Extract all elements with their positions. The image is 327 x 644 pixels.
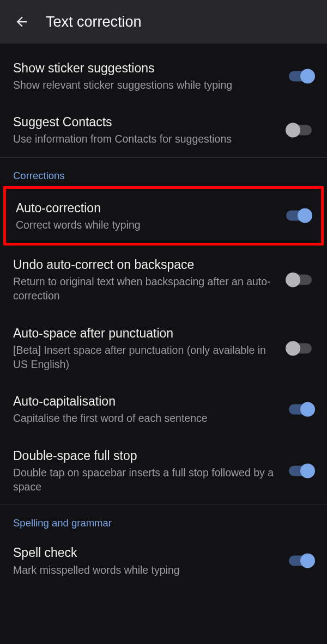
toggle-thumb xyxy=(300,402,315,417)
setting-subtitle: Correct words while typing xyxy=(16,218,273,232)
setting-texts: Auto-capitalisation Capitalise the first… xyxy=(13,393,287,425)
toggle-sticker-suggestions[interactable] xyxy=(287,69,314,84)
setting-title: Auto-space after punctuation xyxy=(13,325,276,342)
toggle-auto-capitalisation[interactable] xyxy=(287,402,314,417)
back-button[interactable] xyxy=(11,11,33,33)
setting-title: Auto-correction xyxy=(16,200,273,217)
toggle-thumb xyxy=(286,341,300,355)
setting-subtitle: Return to original text when backspacing… xyxy=(13,274,276,303)
setting-auto-space[interactable]: Auto-space after punctuation [Beta] Inse… xyxy=(0,314,327,383)
setting-subtitle: Capitalise the first word of each senten… xyxy=(13,411,276,425)
setting-suggest-contacts[interactable]: Suggest Contacts Use information from Co… xyxy=(0,103,327,157)
toggle-spell-check[interactable] xyxy=(287,553,314,568)
setting-subtitle: Mark misspelled words while typing xyxy=(13,563,276,577)
toggle-auto-space[interactable] xyxy=(287,341,314,356)
setting-subtitle: Double tap on spacebar inserts a full st… xyxy=(13,465,276,494)
setting-auto-correction[interactable]: Auto-correction Correct words while typi… xyxy=(6,189,321,243)
section-header-spelling: Spelling and grammar xyxy=(0,505,327,533)
toggle-thumb xyxy=(298,208,312,223)
toggle-thumb xyxy=(286,272,300,287)
app-header: Text correction xyxy=(0,0,327,44)
setting-title: Auto-capitalisation xyxy=(13,393,276,410)
toggle-thumb xyxy=(300,69,315,83)
setting-title: Double-space full stop xyxy=(13,447,276,464)
setting-sticker-suggestions[interactable]: Show sticker suggestions Show relevant s… xyxy=(0,49,327,103)
setting-texts: Suggest Contacts Use information from Co… xyxy=(13,114,287,146)
setting-texts: Show sticker suggestions Show relevant s… xyxy=(13,60,287,92)
highlight-box: Auto-correction Correct words while typi… xyxy=(3,186,324,246)
toggle-thumb xyxy=(300,554,315,568)
setting-texts: Auto-space after punctuation [Beta] Inse… xyxy=(13,325,287,372)
setting-auto-capitalisation[interactable]: Auto-capitalisation Capitalise the first… xyxy=(0,382,327,436)
setting-texts: Undo auto-correct on backspace Return to… xyxy=(13,256,287,303)
setting-title: Undo auto-correct on backspace xyxy=(13,256,276,273)
setting-spell-check[interactable]: Spell check Mark misspelled words while … xyxy=(0,533,327,587)
settings-list: Show sticker suggestions Show relevant s… xyxy=(0,44,327,588)
setting-subtitle: Show relevant sticker suggestions while … xyxy=(13,78,276,92)
toggle-suggest-contacts[interactable] xyxy=(287,122,314,138)
setting-subtitle: Use information from Contacts for sugges… xyxy=(13,132,276,146)
setting-texts: Double-space full stop Double tap on spa… xyxy=(13,447,287,494)
toggle-thumb xyxy=(286,123,300,138)
setting-title: Spell check xyxy=(13,544,276,561)
setting-texts: Spell check Mark misspelled words while … xyxy=(13,544,287,576)
setting-double-space-full-stop[interactable]: Double-space full stop Double tap on spa… xyxy=(0,437,327,505)
page-title: Text correction xyxy=(46,14,142,30)
section-header-corrections: Corrections xyxy=(0,158,327,186)
toggle-double-space-full-stop[interactable] xyxy=(287,463,314,479)
arrow-back-icon xyxy=(14,14,29,29)
setting-texts: Auto-correction Correct words while typi… xyxy=(16,200,284,232)
setting-subtitle: [Beta] Insert space after punctuation (o… xyxy=(13,343,276,372)
toggle-undo-autocorrect[interactable] xyxy=(287,272,314,287)
toggle-auto-correction[interactable] xyxy=(284,208,311,223)
toggle-thumb xyxy=(300,463,315,478)
setting-undo-autocorrect[interactable]: Undo auto-correct on backspace Return to… xyxy=(0,246,327,314)
setting-title: Show sticker suggestions xyxy=(13,60,276,77)
setting-title: Suggest Contacts xyxy=(13,114,276,131)
